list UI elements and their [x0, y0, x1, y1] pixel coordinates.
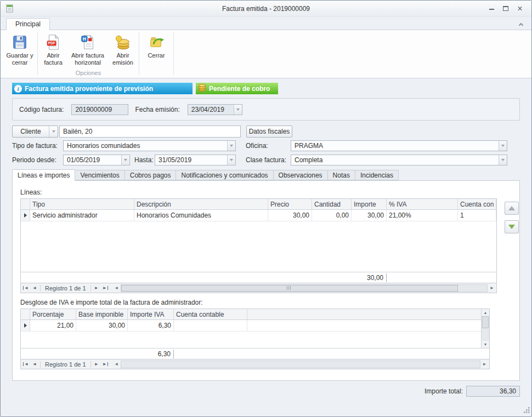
tab-observaciones[interactable]: Observaciones — [274, 170, 328, 180]
next-record-button[interactable]: ► — [92, 284, 101, 293]
scroll-left-button[interactable]: ◄ — [112, 361, 121, 368]
clase-factura-combo[interactable]: Completa — [291, 155, 507, 165]
column-header-base-imponible[interactable]: Base imponible — [76, 309, 128, 319]
cell-porcentaje[interactable]: 21,00 — [30, 320, 76, 331]
prev-record-button[interactable]: ◄ — [30, 284, 39, 293]
ribbon-tab-principal[interactable]: Principal — [6, 18, 50, 30]
first-record-button[interactable]: ◄ — [21, 360, 30, 369]
scrollbar-track[interactable] — [121, 361, 480, 368]
maximize-icon — [503, 6, 508, 11]
close-button[interactable]: × — [513, 3, 527, 14]
resize-grip[interactable] — [524, 407, 530, 415]
dropdown-arrow-icon[interactable] — [499, 141, 507, 151]
dropdown-arrow-icon[interactable] — [227, 141, 235, 151]
status-banner-pendiente-cobro: Pendiente de cobro — [196, 83, 278, 94]
tipo-factura-combo[interactable]: Honorarios comunidades — [63, 140, 236, 151]
statusbar — [1, 407, 531, 416]
fecha-emision-combo[interactable]: 23/04/2019 — [188, 104, 242, 115]
dropdown-arrow-icon[interactable] — [227, 155, 235, 165]
row-selector-header — [21, 199, 30, 209]
vscrollbar-thumb[interactable] — [482, 316, 489, 328]
cerrar-button[interactable]: Cerrar — [141, 31, 172, 61]
tipo-factura-value: Honorarios comunidades — [64, 141, 227, 151]
column-header-porcentaje[interactable]: Porcentaje — [30, 309, 76, 319]
scroll-left-button[interactable]: ◄ — [112, 284, 121, 292]
scroll-down-button[interactable]: ▼ — [482, 341, 489, 348]
cell-precio[interactable]: 30,00 — [268, 210, 312, 221]
tab-cobros-pagos[interactable]: Cobros pagos — [125, 170, 177, 180]
column-header-importe-iva[interactable]: Importe IVA — [128, 309, 174, 319]
oficina-combo[interactable]: PRAGMA — [291, 140, 507, 151]
lineas-panel: Líneas: Tipo Descripción Precio Cantidad… — [12, 180, 520, 381]
column-header-cuenta-contable[interactable]: Cuenta contable — [174, 309, 247, 319]
cell-descripcion[interactable]: Honorarios Comunidades — [134, 210, 268, 221]
cell-importe-iva[interactable]: 6,30 — [128, 320, 174, 331]
abrir-emision-button[interactable]: Abrir emisión — [109, 31, 137, 67]
column-header-tipo[interactable]: Tipo — [30, 199, 134, 209]
cell-importe[interactable]: 30,00 — [352, 210, 387, 221]
scrollbar-track[interactable] — [121, 284, 488, 292]
row-selector[interactable] — [21, 320, 30, 331]
horizontal-scrollbar[interactable]: ◄ ► — [112, 360, 489, 369]
last-record-button[interactable]: ► — [101, 360, 110, 369]
tab-notificaciones[interactable]: Notificaciones y comunicados — [176, 170, 273, 180]
move-line-up-button[interactable] — [505, 202, 519, 215]
abrir-factura-button[interactable]: PDF Abrir factura — [39, 31, 67, 67]
oficina-value: PRAGMA — [291, 141, 499, 151]
dropdown-arrow-icon[interactable] — [49, 126, 58, 137]
tab-lineas-e-importes[interactable]: Líneas e importes — [12, 169, 75, 181]
ribbon-collapse-button[interactable] — [516, 22, 526, 27]
column-header-iva[interactable]: % IVA — [387, 199, 458, 209]
tab-vencimientos[interactable]: Vencimientos — [75, 170, 124, 180]
cell-cuenta-contable[interactable] — [174, 320, 247, 331]
next-record-button[interactable]: ► — [92, 360, 101, 369]
cell-tipo[interactable]: Servicio administrador — [30, 210, 134, 221]
table-row[interactable]: Servicio administrador Honorarios Comuni… — [21, 210, 496, 221]
minimize-button[interactable] — [484, 3, 499, 14]
titlebar[interactable]: Factura emitida - 2019000009 × — [1, 1, 531, 17]
table-row[interactable]: 21,00 30,00 6,30 — [21, 320, 489, 332]
cell-base-imponible[interactable]: 30,00 — [76, 320, 128, 331]
prev-record-button[interactable]: ◄ — [30, 360, 39, 369]
dropdown-arrow-icon[interactable] — [499, 155, 507, 165]
column-header-cantidad[interactable]: Cantidad — [312, 199, 352, 209]
maximize-button[interactable] — [499, 3, 513, 14]
cell-cuenta[interactable]: 1 — [458, 210, 496, 221]
dropdown-arrow-icon[interactable] — [234, 105, 242, 115]
row-selector[interactable] — [21, 210, 30, 221]
ribbon-group-caption-empty — [4, 70, 36, 78]
scroll-up-button[interactable]: ▲ — [482, 309, 489, 316]
tab-notas[interactable]: Notas — [328, 170, 355, 180]
vscrollbar-track[interactable] — [482, 316, 489, 341]
dropdown-arrow-icon[interactable] — [121, 155, 129, 165]
cell-cantidad[interactable]: 0,00 — [312, 210, 352, 221]
last-record-button[interactable]: ► — [101, 284, 110, 293]
ribbon-group-guardar: Guardar y cerrar — [4, 31, 36, 78]
column-header-cuenta-contable[interactable]: Cuenta con — [458, 199, 496, 209]
column-header-importe[interactable]: Importe — [352, 199, 387, 209]
hasta-combo[interactable]: 31/05/2019 — [155, 155, 236, 165]
tab-incidencias[interactable]: Incidencias — [355, 170, 399, 180]
vertical-scrollbar[interactable]: ▲ ▼ — [481, 309, 489, 348]
guardar-y-cerrar-button[interactable]: Guardar y cerrar — [4, 31, 36, 67]
abrir-factura-horizontal-button[interactable]: H Abrir factura horizontal — [67, 31, 109, 67]
cell-iva[interactable]: 21,00% — [387, 210, 458, 221]
scroll-right-button[interactable]: ► — [480, 361, 489, 368]
column-header-precio[interactable]: Precio — [268, 199, 312, 209]
datos-fiscales-button[interactable]: Datos fiscales — [246, 125, 292, 138]
move-line-down-button[interactable] — [505, 220, 519, 233]
pdf-icon: PDF — [45, 33, 61, 51]
column-header-descripcion[interactable]: Descripción — [134, 199, 268, 209]
horizontal-scrollbar[interactable]: ◄ ► — [112, 284, 496, 293]
cliente-direccion-field[interactable]: Bailén, 20 — [59, 125, 241, 138]
grid-summary-row: 6,30 — [21, 348, 489, 359]
oficina-label: Oficina: — [246, 142, 268, 150]
record-count-label: Registro 1 de 1 — [40, 285, 91, 292]
cliente-button[interactable]: Cliente — [12, 125, 58, 138]
scroll-right-button[interactable]: ► — [488, 284, 496, 292]
importe-total-field[interactable]: 36,30 — [466, 386, 520, 397]
periodo-desde-combo[interactable]: 01/05/2019 — [63, 155, 130, 165]
scrollbar-thumb[interactable] — [121, 285, 458, 292]
codigo-factura-field[interactable]: 2019000009 — [71, 104, 128, 115]
first-record-button[interactable]: ◄ — [21, 284, 30, 293]
